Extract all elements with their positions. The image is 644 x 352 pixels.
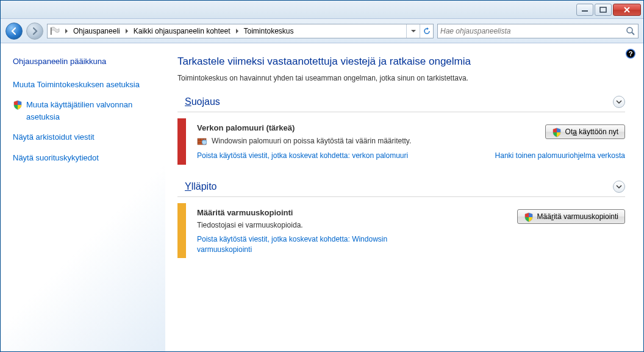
titlebar: [1, 1, 643, 19]
sidebar-link-archived[interactable]: Näytä arkistoidut viestit: [13, 131, 158, 143]
main-content: ? Tarkastele viimeksi vastaanotettuja vi…: [165, 43, 643, 351]
section-hotkey: Y: [185, 181, 191, 192]
breadcrumb-item[interactable]: Kaikki ohjauspaneelin kohteet: [131, 27, 233, 35]
disable-firewall-messages-link[interactable]: Poista käytöstä viestit, jotka koskevat …: [197, 151, 408, 161]
page-title: Tarkastele viimeksi vastaanotettuja vies…: [177, 56, 625, 68]
maximize-button[interactable]: [595, 4, 612, 16]
svg-rect-0: [582, 10, 588, 12]
backup-card: Määritä varmuuskopiointi Tiedostojasi ei…: [177, 203, 625, 259]
backup-desc: Tiedostojasi ei varmuuskopioida.: [197, 221, 517, 229]
breadcrumb-bar[interactable]: Ohjauspaneeli Kaikki ohjauspaneelin koht…: [47, 24, 434, 38]
chevron-right-icon[interactable]: [233, 29, 242, 34]
firewall-icon: [197, 136, 207, 146]
sidebar-link-change-settings[interactable]: Muuta Toimintokeskuksen asetuksia: [13, 79, 158, 91]
forward-button[interactable]: [26, 23, 43, 40]
help-icon[interactable]: ?: [625, 48, 636, 59]
firewall-card: Verkon palomuuri (tärkeä): [177, 118, 625, 165]
svg-point-3: [627, 27, 632, 33]
navbar: Ohjauspaneeli Kaikki ohjauspaneelin koht…: [1, 19, 643, 43]
section-header-security[interactable]: Suojaus: [177, 96, 625, 112]
configure-backup-button[interactable]: Määritä varmuuskopiointi: [517, 209, 625, 224]
severity-stripe-important: [177, 118, 186, 165]
collapse-button-maintenance[interactable]: [613, 181, 625, 193]
back-button[interactable]: [5, 23, 23, 40]
svg-line-4: [632, 32, 634, 35]
collapse-button-security[interactable]: [613, 96, 625, 108]
sidebar-title[interactable]: Ohjauspaneelin pääikkuna: [13, 56, 158, 68]
minimize-button[interactable]: [576, 4, 593, 16]
action-center-icon: [50, 27, 60, 35]
search-input[interactable]: [440, 27, 626, 35]
search-icon[interactable]: [626, 26, 635, 36]
shield-icon: [524, 212, 534, 222]
breadcrumb-item[interactable]: Ohjauspaneeli: [71, 27, 123, 35]
backup-title: Määritä varmuuskopiointi: [197, 208, 517, 217]
svg-text:?: ?: [629, 50, 633, 57]
sidebar-link-uac[interactable]: Muuta käyttäjätilien valvonnan asetuksia: [26, 99, 158, 123]
shield-icon: [13, 100, 23, 110]
disable-backup-messages-link[interactable]: Poista käytöstä viestit, jotka koskevat …: [197, 234, 441, 255]
severity-stripe-warning: [177, 203, 186, 259]
search-box[interactable]: [437, 24, 639, 38]
history-dropdown-button[interactable]: [406, 24, 420, 38]
get-firewall-online-link[interactable]: Hanki toinen palomuuriohjelma verkosta: [495, 151, 625, 161]
sidebar-link-perf[interactable]: Näytä suorituskykytiedot: [13, 152, 158, 164]
section-hotkey: S: [185, 96, 191, 107]
enable-firewall-button[interactable]: Ota käyttöön nyt: [545, 124, 625, 139]
section-header-maintenance[interactable]: Ylläpito: [177, 181, 625, 197]
page-subtitle: Toimintokeskus on havainnut yhden tai us…: [177, 74, 625, 82]
refresh-button[interactable]: [420, 24, 433, 38]
chevron-right-icon[interactable]: [62, 29, 71, 34]
breadcrumb-item[interactable]: Toimintokeskus: [242, 27, 296, 35]
shield-icon: [552, 128, 562, 137]
firewall-title: Verkon palomuuri (tärkeä): [197, 123, 545, 132]
chevron-right-icon[interactable]: [123, 29, 131, 34]
firewall-desc: Windowsin palomuuri on poissa käytöstä t…: [212, 137, 411, 145]
close-button[interactable]: [613, 4, 641, 16]
sidebar: Ohjauspaneelin pääikkuna Muuta Toimintok…: [1, 43, 165, 351]
svg-rect-1: [600, 7, 606, 12]
